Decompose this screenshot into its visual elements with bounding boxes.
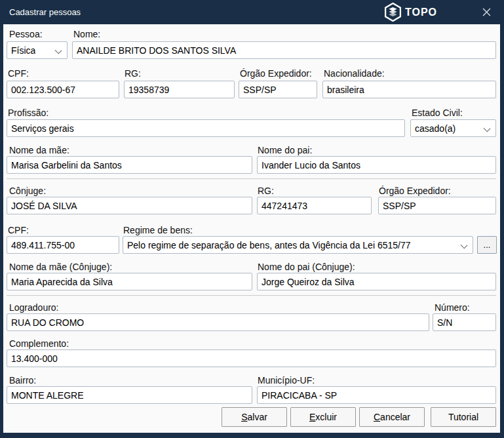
numero-input[interactable] [433,313,496,331]
complemento-input[interactable] [7,349,496,367]
estado-civil-value: casado(a) [415,123,456,134]
salvar-button-label-rest: alvar [247,412,267,422]
municipio-uf-label: Município-UF: [258,375,315,386]
window-title: Cadastrar pessoas [9,0,81,24]
titlebar[interactable]: Cadastrar pessoas TOPO [0,0,504,24]
topo-logo: TOPO [384,0,437,24]
conjuge-nome-pai-label: Nome do pai (Cônjuge): [258,262,355,273]
nome-label: Nome: [73,29,100,40]
excluir-button[interactable]: Excluir [290,407,356,427]
chevron-down-icon [461,242,468,249]
bairro-input[interactable] [7,386,252,404]
pessoa-label: Pessoa: [9,29,43,40]
municipio-uf-input[interactable] [257,386,496,404]
cancelar-button-label: C [374,412,380,422]
topo-logo-icon [384,3,402,22]
logradouro-input[interactable] [7,313,429,331]
regime-bens-more-button[interactable]: ... [477,236,497,254]
conjuge-rg-label: RG: [258,186,274,197]
brand-name: TOPO [405,7,437,18]
conjuge-nome-mae-label: Nome da mãe (Cônjuge): [9,262,112,273]
chevron-down-icon [484,125,491,132]
tutorial-button[interactable]: Tutorial [431,407,496,427]
logradouro-label: Logradouro: [9,302,59,313]
pessoa-select[interactable]: Física [7,41,68,59]
cpf-input[interactable] [7,81,119,98]
conjuge-orgao-expedidor-input[interactable] [378,197,496,214]
tutorial-button-label-rest: Tutorial [448,412,478,422]
orgao-expedidor-label: Órgão Expedidor: [240,68,312,79]
nome-mae-label: Nome da mãe: [9,145,69,156]
salvar-button[interactable]: Salvar [222,407,287,427]
regime-bens-value: Pelo regime de separação de bens, antes … [127,240,411,250]
section-separator [7,295,496,296]
numero-label: Número: [435,302,470,313]
window-bottom-border [0,433,504,438]
conjuge-orgao-expedidor-label: Órgão Expedidor: [379,186,451,197]
conjuge-input[interactable] [7,197,252,214]
nome-pai-input[interactable] [257,156,496,174]
orgao-expedidor-input[interactable] [239,81,317,98]
cadastrar-pessoas-dialog: Cadastrar pessoas TOPO Pessoa: Física No… [0,0,504,438]
conjuge-cpf-input[interactable] [7,236,119,254]
profissao-input[interactable] [7,119,405,137]
cpf-label: CPF: [8,68,29,79]
estado-civil-select[interactable]: casado(a) [410,119,496,137]
estado-civil-label: Estado Civil: [412,108,463,119]
cancelar-button[interactable]: Cancelar [359,407,425,427]
chevron-down-icon [55,47,62,54]
excluir-button-label: E [309,412,315,422]
conjuge-nome-mae-input[interactable] [7,273,252,290]
excluir-button-label-rest: xcluir [315,412,337,422]
nome-mae-input[interactable] [7,156,252,174]
conjuge-rg-input[interactable] [257,197,372,214]
nacionalidade-label: Nacionalidade: [324,68,385,79]
nacionalidade-input[interactable] [322,81,496,98]
close-icon[interactable] [476,0,496,24]
cancelar-button-label-rest: ancelar [380,412,410,422]
rg-label: RG: [125,68,141,79]
nome-input[interactable] [72,41,496,59]
nome-pai-label: Nome do pai: [258,145,312,156]
complemento-label: Complemento: [9,338,69,349]
section-separator [7,178,496,180]
conjuge-cpf-label: CPF: [8,225,29,236]
rg-input[interactable] [124,81,235,98]
pessoa-value: Física [11,45,35,56]
conjuge-nome-pai-input[interactable] [257,273,496,290]
regime-bens-select[interactable]: Pelo regime de separação de bens, antes … [123,236,473,254]
profissao-label: Profissão: [8,108,48,119]
regime-bens-label: Regime de bens: [123,225,193,236]
bairro-label: Bairro: [9,375,36,386]
conjuge-label: Cônjuge: [9,186,46,197]
